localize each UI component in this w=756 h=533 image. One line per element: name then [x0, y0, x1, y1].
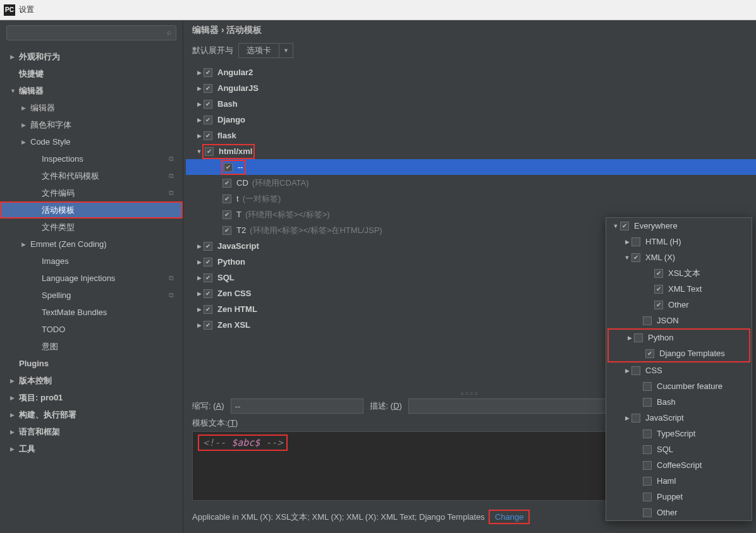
sidebar-item[interactable]: ▶构建、执行部署 [0, 406, 183, 423]
change-link[interactable]: Change [489, 510, 530, 524]
sidebar-item[interactable]: TODO [0, 321, 183, 338]
checkbox[interactable] [223, 179, 231, 188]
checkbox[interactable] [643, 316, 652, 325]
chevron-down-icon[interactable]: ▼ [279, 43, 293, 58]
context-item[interactable]: CoffeeScript [606, 457, 752, 473]
context-item[interactable]: Haml [606, 473, 752, 489]
search-input[interactable] [6, 25, 176, 40]
context-item[interactable]: JSON [606, 313, 752, 328]
context-item[interactable]: ▶JavaScript [606, 410, 752, 426]
sidebar-item[interactable]: 快捷键 [0, 65, 183, 82]
context-item[interactable]: ▶CSS [606, 362, 752, 378]
checkbox[interactable] [643, 398, 652, 407]
sidebar-item[interactable]: ▶外观和行为 [0, 48, 183, 65]
settings-tree[interactable]: ▶外观和行为快捷键▼编辑器▶编辑器▶颜色和字体▶Code StyleInspec… [0, 45, 183, 533]
checkbox[interactable] [643, 477, 652, 486]
checkbox[interactable] [643, 445, 652, 454]
expand-select[interactable]: 选项卡 ▼ [238, 43, 293, 58]
sidebar-item[interactable]: Inspections⧉ [0, 150, 183, 167]
template-group[interactable]: ▼html/xml [186, 143, 756, 159]
sidebar-item[interactable]: ▶Code Style [0, 133, 183, 150]
sidebar-item[interactable]: ▶Emmet (Zen Coding) [0, 236, 183, 253]
checkbox[interactable] [223, 226, 231, 235]
sidebar-item[interactable]: 文件编码⧉ [0, 184, 183, 201]
context-item[interactable]: Other [606, 297, 752, 313]
checkbox[interactable] [631, 237, 640, 246]
checkbox[interactable] [204, 131, 212, 140]
context-item[interactable]: TypeScript [606, 426, 752, 441]
context-item[interactable]: ▶Python [609, 330, 749, 345]
context-item[interactable]: Bash [606, 394, 752, 410]
checkbox[interactable] [224, 163, 233, 172]
sidebar-item[interactable]: ▼编辑器 [0, 82, 183, 99]
checkbox[interactable] [204, 116, 212, 124]
context-item[interactable]: Other [606, 505, 752, 520]
checkbox[interactable] [654, 269, 663, 278]
context-item[interactable]: ▼Everywhere [606, 218, 752, 234]
context-popup[interactable]: ▼Everywhere▶HTML (H)▼XML (X)XSL文本XML Tex… [606, 217, 752, 521]
sidebar-label: Emmet (Zen Coding) [30, 239, 107, 249]
checkbox[interactable] [631, 253, 640, 262]
template-item[interactable]: -- [186, 159, 756, 175]
context-item[interactable]: Django Templates [609, 345, 749, 361]
abbr-input[interactable] [231, 398, 363, 414]
checkbox[interactable] [204, 242, 212, 251]
context-item[interactable]: Cucumber feature [606, 378, 752, 394]
sidebar-item[interactable]: TextMate Bundles [0, 304, 183, 321]
checkbox[interactable] [654, 285, 663, 294]
template-name: flask [217, 131, 236, 140]
sidebar-item[interactable]: Spelling⧉ [0, 287, 183, 304]
sidebar-item[interactable]: ▶工具 [0, 440, 183, 457]
sidebar-label: Inspections [42, 154, 83, 164]
sidebar-item[interactable]: 活动模板 [0, 201, 183, 219]
sidebar-item[interactable]: 文件和代码模板⧉ [0, 167, 183, 184]
checkbox[interactable] [631, 366, 640, 375]
context-label: TypeScript [657, 429, 695, 438]
context-item[interactable]: SQL [606, 441, 752, 457]
context-item[interactable]: Puppet [606, 489, 752, 505]
checkbox[interactable] [631, 414, 640, 422]
sidebar-item[interactable]: ▶编辑器 [0, 99, 183, 116]
sidebar-item[interactable]: ▶项目: pro01 [0, 389, 183, 406]
sidebar-item[interactable]: ▶版本控制 [0, 372, 183, 389]
checkbox[interactable] [620, 222, 629, 231]
checkbox[interactable] [643, 382, 652, 391]
sidebar-item[interactable]: Language Injections⧉ [0, 270, 183, 287]
checkbox[interactable] [204, 68, 212, 77]
checkbox[interactable] [223, 195, 231, 203]
sidebar-item[interactable]: 文件类型 [0, 219, 183, 236]
checkbox[interactable] [204, 289, 212, 298]
checkbox[interactable] [204, 84, 212, 93]
context-item[interactable]: ▼XML (X) [606, 249, 752, 265]
sidebar-item[interactable]: ▶语言和框架 [0, 423, 183, 440]
sidebar-item[interactable]: ▶颜色和字体 [0, 116, 183, 133]
template-item[interactable]: CD(环绕用CDATA) [186, 175, 756, 191]
template-group[interactable]: ▶flask [186, 128, 756, 143]
template-group[interactable]: ▶AngularJS [186, 80, 756, 96]
context-item[interactable]: ▶HTML (H) [606, 234, 752, 249]
checkbox[interactable] [643, 493, 652, 501]
template-group[interactable]: ▶Bash [186, 96, 756, 112]
sidebar-item[interactable]: 意图 [0, 338, 183, 355]
sidebar-item[interactable]: Plugins [0, 355, 183, 372]
checkbox[interactable] [204, 100, 212, 109]
checkbox[interactable] [223, 210, 231, 219]
template-item[interactable]: t(一对标签) [186, 191, 756, 207]
checkbox[interactable] [204, 305, 212, 314]
sidebar-item[interactable]: Images [0, 253, 183, 270]
checkbox[interactable] [643, 508, 652, 517]
template-group[interactable]: ▶Angular2 [186, 64, 756, 80]
checkbox[interactable] [643, 461, 652, 470]
checkbox[interactable] [634, 333, 643, 342]
checkbox[interactable] [645, 349, 654, 358]
template-group[interactable]: ▶Django [186, 112, 756, 128]
context-item[interactable]: XSL文本 [606, 265, 752, 281]
checkbox[interactable] [204, 258, 212, 266]
checkbox[interactable] [654, 301, 663, 309]
checkbox[interactable] [204, 321, 212, 330]
arrow-icon: ▶ [21, 105, 30, 111]
checkbox[interactable] [204, 273, 212, 282]
checkbox[interactable] [643, 429, 652, 438]
checkbox[interactable] [205, 147, 214, 156]
context-item[interactable]: XML Text [606, 281, 752, 297]
